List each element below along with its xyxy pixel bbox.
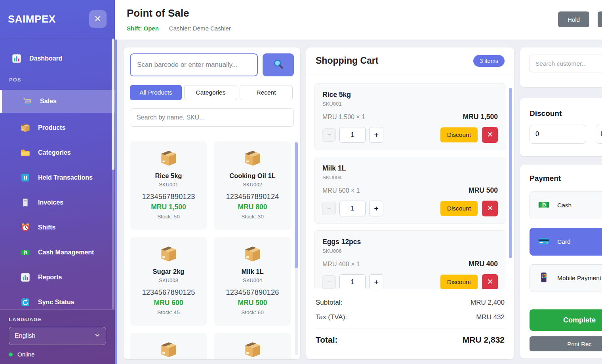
sidebar-item-sync-status[interactable]: Sync Status bbox=[0, 292, 115, 309]
cart-item-line: MRU 1,500 × 1 bbox=[322, 114, 365, 121]
tab-all-products[interactable]: All Products bbox=[130, 85, 182, 100]
shopping-cart-icon bbox=[22, 96, 33, 107]
quantity-decrease-button[interactable]: − bbox=[322, 275, 336, 289]
sidebar-close-button[interactable] bbox=[89, 10, 107, 28]
quantity-increase-button[interactable]: + bbox=[369, 274, 383, 289]
product-card-cooking-oil[interactable]: Cooking Oil 1L SKU002 1234567890124 MRU … bbox=[214, 141, 291, 230]
quantity-decrease-button[interactable]: − bbox=[322, 202, 336, 215]
cart-totals: Subtotal: MRU 2,400 Tax (TVA): MRU 432 T… bbox=[306, 289, 514, 359]
brand-logo: SAIMPEX bbox=[8, 13, 56, 25]
sidebar-item-held-transactions[interactable]: Held Transactions bbox=[0, 168, 115, 188]
cart-title: Shopping Cart bbox=[316, 55, 378, 66]
folder-icon bbox=[20, 147, 31, 158]
complete-sale-button[interactable]: Complete bbox=[530, 309, 602, 331]
content-scrollbar[interactable] bbox=[115, 40, 117, 364]
cart-scrollbar-thumb[interactable] bbox=[509, 88, 512, 258]
product-barcode: 1234567890123 bbox=[134, 193, 203, 201]
pos-screen: SAIMPEX Dashboard POS Sales bbox=[0, 0, 602, 364]
connection-status: Online bbox=[9, 351, 106, 358]
discount-amount-input[interactable] bbox=[530, 125, 586, 144]
payment-option-mobile[interactable]: Mobile Payment bbox=[530, 264, 602, 292]
product-sku: SKU002 bbox=[218, 182, 287, 188]
alarm-clock-icon bbox=[20, 222, 31, 233]
item-remove-button[interactable] bbox=[482, 127, 498, 143]
sidebar-item-cash-management[interactable]: $ Cash Management bbox=[0, 243, 115, 262]
sidebar-item-products[interactable]: Products bbox=[0, 118, 115, 138]
quantity-input[interactable] bbox=[339, 201, 366, 216]
product-price: MRU 1,500 bbox=[134, 203, 203, 211]
credit-card-icon bbox=[538, 235, 550, 248]
barcode-scan-row bbox=[130, 53, 294, 76]
quantity-input[interactable] bbox=[339, 274, 366, 289]
customer-card bbox=[520, 47, 602, 87]
discount-title: Discount bbox=[530, 109, 602, 118]
header-edge-button[interactable] bbox=[598, 11, 602, 27]
product-search-input[interactable] bbox=[130, 108, 294, 127]
close-icon bbox=[94, 15, 101, 23]
cart-item-eggs: Eggs 12pcs SKU006 MRU 400 × 1 MRU 400 − … bbox=[314, 230, 506, 289]
sidebar-item-label: Invoices bbox=[38, 199, 63, 206]
sidebar-item-shifts[interactable]: Shifts bbox=[0, 218, 115, 237]
language-select[interactable]: English bbox=[9, 327, 106, 345]
item-remove-button[interactable] bbox=[482, 274, 498, 289]
mobile-phone-icon bbox=[538, 271, 550, 285]
tab-recent[interactable]: Recent bbox=[240, 85, 293, 100]
payment-option-card[interactable]: Card bbox=[530, 228, 602, 256]
item-remove-button[interactable] bbox=[482, 201, 498, 216]
product-stock: Stock: 50 bbox=[134, 214, 203, 220]
money-icon: $ bbox=[538, 199, 550, 212]
sidebar-item-label: Sales bbox=[40, 98, 57, 105]
cart-item-name: Milk 1L bbox=[322, 164, 498, 173]
item-discount-button[interactable]: Discount bbox=[440, 127, 478, 142]
hold-button[interactable]: Hold bbox=[558, 11, 589, 27]
package-icon bbox=[134, 341, 203, 359]
svg-text:$: $ bbox=[25, 251, 27, 254]
bar-chart-icon bbox=[11, 53, 22, 64]
payment-option-label: Mobile Payment bbox=[557, 275, 601, 282]
sidebar-footer: LANGUAGE English Online bbox=[0, 309, 115, 364]
customer-search-input[interactable] bbox=[530, 55, 602, 72]
product-card-sugar[interactable]: Sugar 2kg SKU003 1234567890125 MRU 600 S… bbox=[130, 237, 207, 326]
item-discount-button[interactable]: Discount bbox=[440, 201, 478, 216]
sidebar-item-label: Sync Status bbox=[38, 299, 74, 306]
cart-items-list: Rice 5kg SKU001 MRU 1,500 × 1 MRU 1,500 … bbox=[306, 74, 514, 289]
cart-item-total: MRU 500 bbox=[469, 186, 498, 195]
product-scrollbar-thumb[interactable] bbox=[295, 142, 298, 268]
product-grid: Rice 5kg SKU001 1234567890123 MRU 1,500 … bbox=[130, 141, 294, 359]
product-price: MRU 600 bbox=[134, 299, 203, 307]
language-value: English bbox=[15, 332, 35, 339]
sidebar-item-label: Held Transactions bbox=[38, 174, 93, 181]
product-barcode: 1234567890124 bbox=[218, 193, 287, 201]
print-receipt-button[interactable]: Print Rec bbox=[530, 336, 602, 351]
cart-item-sku: SKU006 bbox=[322, 248, 498, 254]
online-status-dot bbox=[9, 353, 13, 356]
pause-icon bbox=[20, 172, 31, 183]
cart-item-total: MRU 400 bbox=[469, 260, 498, 268]
tab-categories[interactable]: Categories bbox=[184, 85, 237, 100]
quantity-increase-button[interactable]: + bbox=[369, 127, 383, 143]
quantity-decrease-button[interactable]: − bbox=[322, 128, 336, 142]
quantity-increase-button[interactable]: + bbox=[369, 201, 383, 216]
item-discount-button[interactable]: Discount bbox=[440, 275, 478, 289]
product-card-partial[interactable] bbox=[214, 333, 291, 359]
sidebar-item-sales[interactable]: Sales bbox=[0, 90, 115, 113]
sidebar-item-dashboard[interactable]: Dashboard bbox=[0, 49, 115, 68]
sidebar-item-reports[interactable]: Reports bbox=[0, 267, 115, 287]
barcode-search-button[interactable] bbox=[263, 53, 294, 76]
product-sku: SKU001 bbox=[134, 182, 203, 188]
product-card-partial[interactable] bbox=[130, 333, 207, 359]
shift-status: Shift: Open bbox=[127, 25, 159, 32]
sidebar-item-label: Shifts bbox=[38, 224, 55, 231]
quantity-input[interactable] bbox=[339, 127, 366, 143]
discount-type-select[interactable]: Fi bbox=[596, 125, 602, 144]
product-card-milk[interactable]: Milk 1L SKU004 1234567890126 MRU 500 Sto… bbox=[214, 237, 291, 326]
sidebar-item-invoices[interactable]: Invoices bbox=[0, 193, 115, 212]
payment-option-cash[interactable]: $ Cash bbox=[530, 191, 602, 219]
product-sku: SKU004 bbox=[218, 277, 287, 283]
product-card-rice[interactable]: Rice 5kg SKU001 1234567890123 MRU 1,500 … bbox=[130, 141, 207, 230]
cart-item-line: MRU 400 × 1 bbox=[322, 261, 360, 268]
sidebar-item-categories[interactable]: Categories bbox=[0, 143, 115, 163]
barcode-input[interactable] bbox=[130, 53, 258, 76]
sidebar-scrollbar-thumb[interactable] bbox=[112, 39, 114, 170]
cart-item-rice: Rice 5kg SKU001 MRU 1,500 × 1 MRU 1,500 … bbox=[314, 83, 506, 150]
